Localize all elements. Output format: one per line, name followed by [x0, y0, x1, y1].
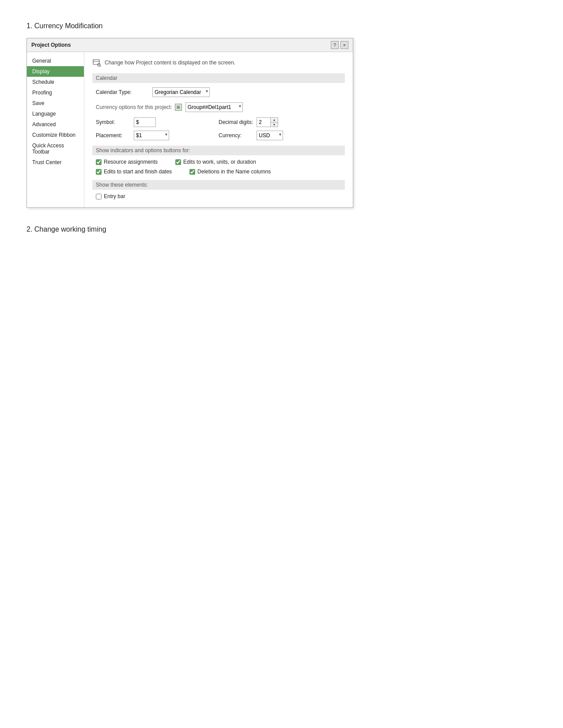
content-description: Change how Project content is displayed …	[92, 58, 345, 67]
edits-dates-text: Edits to start and finish dates	[104, 169, 172, 175]
calendar-type-select-wrapper: Gregorian Calendar	[152, 87, 210, 97]
decimal-digits-spinbox: ▲ ▼	[257, 117, 278, 127]
group-icon: ⊞	[175, 104, 182, 111]
deletions-text: Deletions in the Name columns	[197, 169, 271, 175]
currency-select-wrapper: USD	[257, 131, 283, 140]
entry-bar-checkbox[interactable]	[96, 194, 102, 199]
currency-group-select-wrapper: Group##Del1part1	[185, 102, 243, 112]
resource-assignments-text: Resource assignments	[104, 159, 158, 165]
decimal-cell: Decimal digits: ▲ ▼	[219, 117, 341, 127]
currency-select[interactable]: USD	[257, 131, 283, 140]
svg-point-2	[98, 64, 100, 66]
currency-options-label: Currency options for this project:	[96, 104, 172, 110]
dialog-title: Project Options	[31, 42, 71, 48]
sidebar-item-display[interactable]: Display	[27, 66, 84, 77]
dialog-body: General Display Schedule Proofing Save L…	[27, 52, 353, 207]
sidebar-item-quick-access[interactable]: Quick Access Toolbar	[27, 140, 84, 157]
checkbox-row-2: Edits to start and finish dates Deletion…	[92, 167, 345, 176]
spinbox-down[interactable]: ▼	[271, 123, 278, 127]
section1-heading: 1. Currency Modification	[26, 22, 537, 30]
dialog-content: Change how Project content is displayed …	[84, 52, 353, 207]
placement-label: Placement:	[96, 132, 131, 139]
sidebar: General Display Schedule Proofing Save L…	[27, 52, 84, 207]
calendar-type-label: Calendar Type:	[96, 89, 149, 95]
symbol-input[interactable]	[134, 117, 156, 127]
currency-cell: Currency: USD	[219, 131, 341, 140]
checkbox-row-1: Resource assignments Edits to work, unit…	[92, 157, 345, 167]
sidebar-item-proofing[interactable]: Proofing	[27, 87, 84, 98]
currency-label: Currency:	[219, 132, 254, 139]
dialog-controls: ? ×	[331, 41, 348, 49]
edits-work-checkbox[interactable]	[175, 159, 181, 165]
spinbox-up[interactable]: ▲	[271, 118, 278, 123]
svg-line-3	[100, 66, 101, 67]
project-options-dialog: Project Options ? × General Display Sche…	[26, 38, 353, 208]
decimal-digits-label: Decimal digits:	[219, 119, 254, 125]
edits-work-checkbox-label[interactable]: Edits to work, units, or duration	[175, 159, 256, 165]
placement-select[interactable]: $1	[134, 131, 169, 140]
display-icon	[92, 58, 101, 67]
help-button[interactable]: ?	[331, 41, 339, 49]
section2-heading: 2. Change working timing	[26, 225, 537, 233]
decimal-digits-input[interactable]	[257, 118, 270, 127]
deletions-checkbox[interactable]	[189, 169, 195, 175]
edits-dates-checkbox[interactable]	[96, 169, 102, 175]
indicators-section-label: Show indicators and options buttons for:	[92, 146, 345, 155]
currency-group-select[interactable]: Group##Del1part1	[185, 102, 243, 112]
sidebar-item-trust-center[interactable]: Trust Center	[27, 157, 84, 168]
calendar-section-label: Calendar	[92, 73, 345, 83]
deletions-checkbox-label[interactable]: Deletions in the Name columns	[189, 169, 271, 175]
calendar-type-select[interactable]: Gregorian Calendar	[152, 87, 210, 97]
show-elements-section-label: Show these elements:	[92, 180, 345, 190]
sidebar-item-advanced[interactable]: Advanced	[27, 119, 84, 130]
sidebar-item-schedule[interactable]: Schedule	[27, 77, 84, 87]
placement-cell: Placement: $1	[96, 131, 219, 140]
description-text: Change how Project content is displayed …	[105, 60, 235, 66]
edits-dates-checkbox-label[interactable]: Edits to start and finish dates	[96, 169, 172, 175]
entry-bar-checkbox-label[interactable]: Entry bar	[96, 193, 125, 199]
resource-assignments-checkbox-label[interactable]: Resource assignments	[96, 159, 158, 165]
symbol-label: Symbol:	[96, 119, 131, 125]
resource-assignments-checkbox[interactable]	[96, 159, 102, 165]
dialog-titlebar: Project Options ? ×	[27, 38, 353, 52]
sidebar-item-general[interactable]: General	[27, 56, 84, 66]
entry-bar-row: Entry bar	[92, 191, 345, 201]
sidebar-item-save[interactable]: Save	[27, 98, 84, 109]
calendar-type-row: Calendar Type: Gregorian Calendar	[92, 86, 345, 98]
symbol-decimal-row: Symbol: Decimal digits: ▲ ▼	[92, 116, 345, 129]
spinbox-arrows: ▲ ▼	[270, 118, 278, 127]
edits-work-text: Edits to work, units, or duration	[183, 159, 256, 165]
placement-select-wrapper: $1	[134, 131, 169, 140]
currency-options-row: Currency options for this project: ⊞ Gro…	[92, 101, 345, 114]
entry-bar-text: Entry bar	[104, 193, 125, 199]
placement-currency-row: Placement: $1 Currency: USD	[92, 129, 345, 142]
sidebar-item-customize-ribbon[interactable]: Customize Ribbon	[27, 130, 84, 140]
sidebar-item-language[interactable]: Language	[27, 109, 84, 119]
symbol-cell: Symbol:	[96, 117, 219, 127]
close-button[interactable]: ×	[340, 41, 348, 49]
